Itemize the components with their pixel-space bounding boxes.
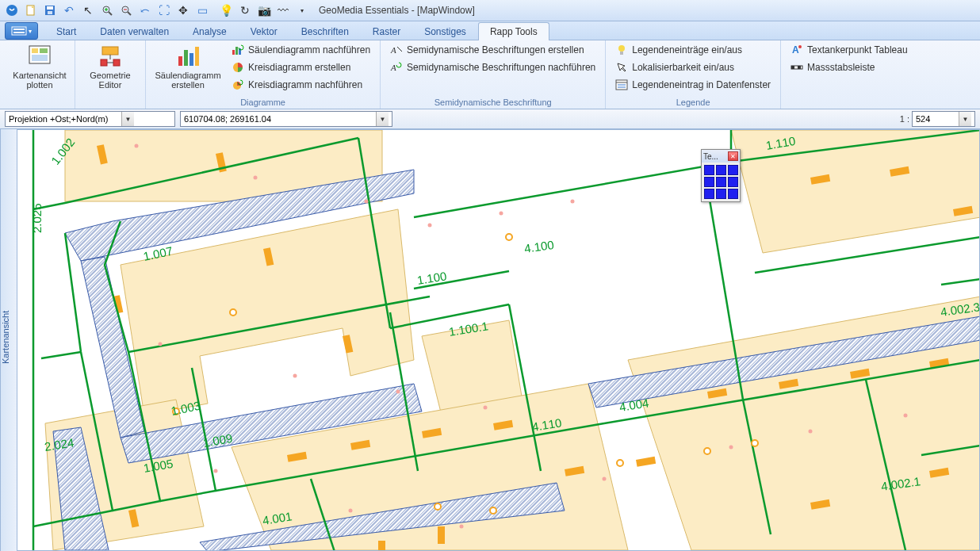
- bulb-icon: [615, 44, 628, 56]
- massstabsleiste-button[interactable]: Massstabsleiste: [787, 59, 911, 75]
- btn-label-2: erstellen: [171, 80, 205, 90]
- textanker-tableau-panel[interactable]: Te... ✕: [701, 149, 741, 202]
- qat-more-icon[interactable]: ▾: [293, 2, 311, 19]
- svg-rect-14: [13, 32, 25, 33]
- zoom-out-icon[interactable]: [117, 2, 135, 19]
- pie-chart-refresh-icon: [232, 78, 244, 91]
- ribbon-group-plotten: Kartenansichtplotten: [5, 40, 75, 109]
- saeulendiagramm-nachfuehren-button[interactable]: Säulendiagramm nachführen: [228, 42, 373, 58]
- semidyn-erstellen-button[interactable]: A Semidynamische Beschriftungen erstelle…: [387, 42, 599, 58]
- camera-icon[interactable]: 📷: [255, 2, 273, 19]
- ribbon-tabs: ▾ Start Daten verwalten Analyse Vektor B…: [0, 21, 980, 40]
- tab-analyse[interactable]: Analyse: [181, 22, 239, 40]
- map-canvas[interactable]: 1.0022.0251.0071.1004.1001.100.11.0031.0…: [17, 129, 980, 551]
- pan-icon[interactable]: ✥: [174, 2, 192, 19]
- svg-text:A: A: [390, 63, 396, 72]
- kreisdiagramm-nachfuehren-button[interactable]: Kreisdiagramm nachführen: [228, 77, 373, 93]
- kreisdiagramm-erstellen-button[interactable]: Kreisdiagramm erstellen: [228, 59, 373, 75]
- anchor-bc[interactable]: [716, 189, 726, 199]
- svg-point-102: [460, 525, 464, 529]
- anchor-tl[interactable]: [704, 165, 714, 175]
- saeulendiagramm-erstellen-button[interactable]: Säulendiagrammerstellen: [152, 42, 224, 91]
- scale-input[interactable]: [913, 112, 959, 126]
- app-menu-icon[interactable]: [3, 2, 21, 19]
- svg-rect-18: [32, 55, 48, 61]
- anchor-mc[interactable]: [716, 177, 726, 187]
- close-icon[interactable]: ✕: [728, 151, 738, 161]
- svg-rect-16: [32, 48, 38, 53]
- pointer-sparkle-icon: [615, 61, 628, 74]
- tab-sonstiges[interactable]: Sonstiges: [412, 22, 478, 40]
- geometrie-editor-button[interactable]: GeometrieEditor: [82, 42, 139, 91]
- file-menu-button[interactable]: ▾: [5, 22, 38, 40]
- ribbon-group-geometrie: GeometrieEditor: [75, 40, 146, 109]
- kartenansicht-plotten-button[interactable]: Kartenansichtplotten: [11, 42, 68, 91]
- fit-window-icon[interactable]: ▭: [193, 2, 211, 19]
- tab-rapp-tools[interactable]: Rapp Tools: [478, 22, 549, 40]
- svg-rect-17: [40, 48, 48, 53]
- legendeneintraege-button[interactable]: Legendeneinträge ein/aus: [612, 42, 774, 58]
- group-label: [82, 107, 139, 109]
- tab-raster[interactable]: Raster: [361, 22, 412, 40]
- btn-label: Säulendiagramm: [155, 71, 220, 80]
- svg-rect-12: [12, 27, 26, 35]
- svg-point-87: [254, 176, 258, 180]
- anchor-tc[interactable]: [716, 165, 726, 175]
- main-area: Kartenansicht: [0, 129, 980, 551]
- svg-point-103: [230, 309, 236, 316]
- svg-rect-46: [798, 66, 801, 69]
- kartenansicht-side-tab[interactable]: Kartenansicht: [0, 129, 17, 551]
- panel-title: Te...: [703, 152, 718, 161]
- label-refresh-icon: A: [390, 61, 403, 74]
- panel-header[interactable]: Te... ✕: [702, 150, 740, 163]
- list-window-icon: [615, 78, 628, 91]
- lokalisierbarkeit-button[interactable]: Lokalisierbarkeit ein/aus: [612, 59, 774, 75]
- tab-beschriften[interactable]: Beschriften: [289, 22, 361, 40]
- svg-rect-37: [620, 52, 623, 55]
- semidyn-nachfuehren-button[interactable]: A Semidynamische Beschriftungen nachführ…: [387, 59, 599, 75]
- svg-text:1.100: 1.100: [416, 269, 448, 287]
- chevron-down-icon[interactable]: ▼: [376, 112, 389, 126]
- map-svg: 1.0022.0251.0071.1004.1001.100.11.0031.0…: [17, 130, 980, 551]
- svg-point-89: [428, 224, 432, 228]
- coords-combo[interactable]: ▼: [180, 111, 392, 127]
- bulb-icon[interactable]: 💡: [217, 2, 235, 19]
- zoom-in-icon[interactable]: [98, 2, 116, 19]
- svg-point-107: [704, 448, 710, 454]
- svg-point-94: [396, 390, 400, 394]
- svg-rect-29: [235, 47, 238, 55]
- pie-chart-icon: [232, 61, 244, 74]
- anchor-br[interactable]: [728, 189, 738, 199]
- coords-input[interactable]: [181, 112, 376, 126]
- new-icon[interactable]: [22, 2, 40, 19]
- scale-combo[interactable]: ▼: [912, 111, 975, 127]
- projection-input[interactable]: [6, 112, 121, 126]
- tab-vektor[interactable]: Vektor: [239, 22, 289, 40]
- anchor-tr[interactable]: [728, 165, 738, 175]
- chevron-down-icon[interactable]: ▼: [121, 112, 134, 126]
- zoom-fit-icon[interactable]: ⛶: [155, 2, 173, 19]
- refresh-icon[interactable]: ↻: [236, 2, 254, 19]
- ribbon-group-legende: Legendeneinträge ein/aus Lokalisierbarke…: [606, 40, 781, 109]
- anchor-ml[interactable]: [704, 177, 714, 187]
- btn-label-2: plotten: [26, 80, 52, 90]
- anchor-mr[interactable]: [728, 177, 738, 187]
- app-title: GeoMedia Essentials - [MapWindow]: [319, 5, 475, 16]
- undo-icon[interactable]: ↶: [60, 2, 78, 19]
- legendeneintrag-datenfenster-button[interactable]: Legendeneintrag in Datenfenster: [612, 77, 774, 93]
- projection-combo[interactable]: ▼: [5, 111, 175, 127]
- anchor-bl[interactable]: [704, 189, 714, 199]
- btn-label: Kreisdiagramm nachführen: [248, 79, 362, 90]
- svg-text:4.100: 4.100: [523, 238, 555, 255]
- tab-start[interactable]: Start: [44, 22, 88, 40]
- zoom-prev-icon[interactable]: ⤺: [136, 2, 154, 19]
- pointer-icon[interactable]: ↖: [79, 2, 97, 19]
- chevron-down-icon[interactable]: ▼: [959, 112, 971, 126]
- save-icon[interactable]: [41, 2, 59, 19]
- svg-text:A: A: [792, 44, 799, 55]
- tab-daten-verwalten[interactable]: Daten verwalten: [88, 22, 181, 40]
- graph-icon[interactable]: 〰: [274, 2, 292, 19]
- anchor-grid: [702, 163, 740, 201]
- textankerpunkt-tableau-button[interactable]: A Textankerpunkt Tableau: [787, 42, 911, 58]
- btn-label: Kartenansicht: [13, 71, 66, 80]
